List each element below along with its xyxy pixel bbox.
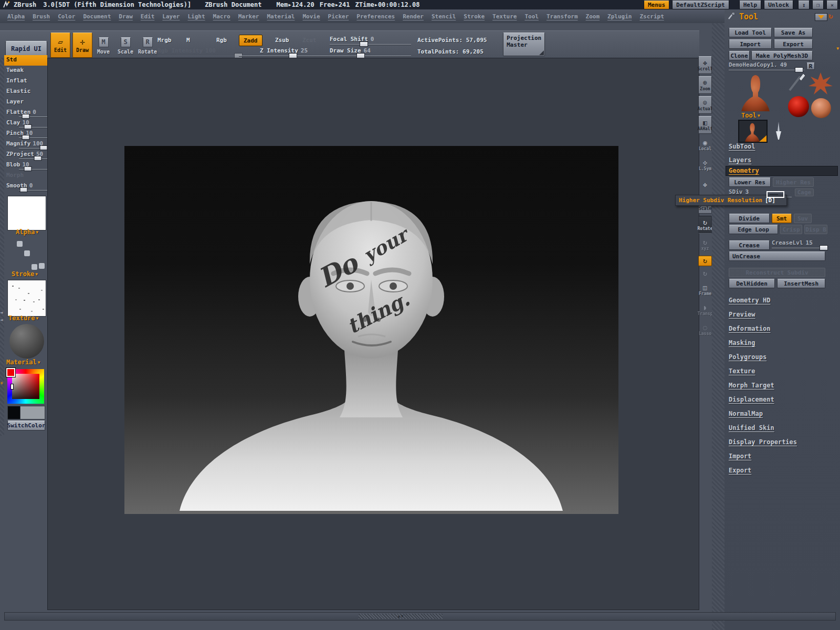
help-button[interactable]: Help <box>739 1 762 9</box>
tool-item-slider[interactable]: DemoHeadCopy1.49 <box>729 61 804 70</box>
tray-collapse-icon[interactable]: ◄ <box>0 317 3 322</box>
edge-loop-button[interactable]: Edge Loop <box>729 225 778 234</box>
texture-palette-label[interactable]: Texture▼ <box>8 314 38 322</box>
menu-item[interactable]: Marker <box>238 13 259 20</box>
menu-item[interactable]: Stroke <box>464 13 485 20</box>
menu-item[interactable]: Color <box>58 13 75 20</box>
brush-tool-thumb[interactable] <box>771 121 786 140</box>
shelf-button[interactable]: ◗ Transp <box>698 301 712 319</box>
stroke-thumbnail[interactable] <box>7 239 45 269</box>
panel-section-link[interactable]: Deformation <box>729 325 797 332</box>
document-viewport[interactable]: Do your thing. <box>124 146 618 514</box>
switch-color-button[interactable]: SwitchColor <box>7 421 45 430</box>
shelf-button[interactable]: ✣ L.Sym <box>698 156 712 174</box>
red-sphere-tool-thumb[interactable] <box>788 96 810 118</box>
panel-section-link[interactable]: NormalMap <box>729 410 797 417</box>
divide-button[interactable]: Divide <box>729 214 770 223</box>
unlock-button[interactable]: Unlock <box>764 1 793 9</box>
shelf-button[interactable]: ↻ <box>698 268 712 279</box>
move-button[interactable]: M Move <box>94 35 112 56</box>
import-button[interactable]: Import <box>729 39 772 49</box>
menu-item[interactable]: Brush <box>33 13 50 20</box>
close-icon[interactable]: ✕ <box>826 1 838 9</box>
brush-tool-item[interactable]: ZProject50 <box>4 150 47 160</box>
menu-item[interactable]: Transform <box>547 13 578 20</box>
menu-item[interactable]: Picker <box>328 13 349 20</box>
secondary-color-swatch[interactable] <box>7 406 21 419</box>
saturation-value-square[interactable] <box>12 374 39 399</box>
edge-loop-extra-toggle[interactable]: Disp B <box>804 225 827 234</box>
panel-section-link[interactable]: Preview <box>729 311 797 318</box>
shelf-button[interactable]: ↻ <box>698 256 712 266</box>
brush-tool-item[interactable]: Magnify100 <box>4 139 47 150</box>
cage-button[interactable]: Cage <box>795 188 814 196</box>
z-intensity-slider[interactable]: Z Intensity25 <box>239 47 338 56</box>
rgb-intensity-slider[interactable]: Rgb Intensity100 <box>158 47 242 56</box>
scale-button[interactable]: S Scale <box>117 35 134 56</box>
shelf-button[interactable]: ↻ xyz <box>698 236 712 254</box>
menu-item[interactable]: Document <box>83 13 111 20</box>
material-sphere-thumbnail[interactable] <box>9 324 44 359</box>
menu-item[interactable]: Macro <box>213 13 230 20</box>
sculpt-head-model[interactable] <box>177 175 565 511</box>
crease-lvl-slider[interactable]: CreaseLvl15 <box>772 239 825 248</box>
alpha-palette-label[interactable]: Alpha▼ <box>16 228 38 236</box>
shelf-button[interactable]: ⊕ Zoom <box>698 76 712 94</box>
brush-tool-item[interactable]: Inflat <box>4 76 47 87</box>
tray-expand-icon[interactable]: » <box>0 381 5 384</box>
menu-item[interactable]: Preferences <box>356 13 395 20</box>
menu-item[interactable]: Material <box>267 13 295 20</box>
panel-section-link[interactable]: Masking <box>729 339 797 346</box>
brush-tool-item[interactable]: Blob10 <box>4 160 47 171</box>
brush-tool-item[interactable]: Std <box>4 55 47 66</box>
draw-size-slider[interactable]: Draw Size64 <box>330 47 411 56</box>
brush-tool-item[interactable]: Elastic <box>4 87 47 97</box>
menu-item[interactable]: Texture <box>492 13 517 20</box>
panel-section-link[interactable]: Texture <box>729 368 797 375</box>
clone-button[interactable]: Clone <box>729 51 750 60</box>
del-hidden-button[interactable]: DelHidden <box>729 279 775 288</box>
texture-thumbnail[interactable] <box>7 280 46 317</box>
orange-sphere-tool-thumb[interactable] <box>811 98 832 119</box>
default-zscript-button[interactable]: DefaultZScript <box>672 1 729 9</box>
menu-item[interactable]: Layer <box>162 13 180 20</box>
menu-item[interactable]: Stencil <box>432 13 456 20</box>
menu-item[interactable]: Light <box>187 13 205 20</box>
star3d-tool-thumb[interactable] <box>808 72 833 96</box>
rapid-ui-button[interactable]: Rapid UI <box>5 41 47 57</box>
menu-item[interactable]: Draw <box>119 13 133 20</box>
panel-section-link[interactable]: Morph Target <box>729 382 797 389</box>
make-polymesh3d-button[interactable]: Make PolyMesh3D <box>751 51 813 60</box>
zcut-button[interactable]: Zcut <box>302 37 317 44</box>
lower-res-button[interactable]: Lower Res <box>729 177 771 187</box>
projection-master-button[interactable]: Projection Master <box>503 33 545 56</box>
shelf-button[interactable]: ✥ Scroll <box>698 56 712 74</box>
zsub-button[interactable]: Zsub <box>275 37 289 44</box>
menu-item[interactable]: Alpha <box>7 13 25 20</box>
shelf-button[interactable]: ↻ Rotate <box>698 216 712 234</box>
menu-item[interactable]: Zscript <box>639 13 664 20</box>
shelf-button[interactable]: ◉ Local <box>698 136 712 154</box>
right-tray-divider[interactable] <box>712 23 724 630</box>
rgb-toggle[interactable]: Rgb <box>216 37 227 44</box>
menu-item[interactable]: Tool <box>524 13 539 20</box>
brush-tool-item[interactable]: Morph <box>4 171 47 181</box>
tool-thumbnail-label[interactable]: Tool▼ <box>741 112 760 119</box>
export-button[interactable]: Export <box>774 39 813 49</box>
panel-section-link[interactable]: Unified Skin <box>729 424 797 432</box>
suv-toggle[interactable]: Suv <box>794 214 812 223</box>
brush-tool-item[interactable]: Clay10 <box>4 118 47 129</box>
selected-tool-thumb[interactable] <box>738 120 768 143</box>
panel-menu-button[interactable] <box>815 13 827 21</box>
crease-button[interactable]: Crease <box>729 240 770 250</box>
menu-item[interactable]: Zoom <box>586 13 600 20</box>
paintbrush-tool-thumb[interactable] <box>788 72 806 93</box>
gradient-color-swatch[interactable] <box>20 406 45 419</box>
rotate-button[interactable]: R Rotate <box>139 35 156 56</box>
geometry-section-header[interactable]: Geometry <box>726 166 838 176</box>
shelf-button[interactable]: ◫ Frame <box>698 281 712 299</box>
brush-tool-item[interactable]: Pinch10 <box>4 129 47 139</box>
panel-section-link[interactable]: Display Properties <box>729 438 797 446</box>
menu-item[interactable]: Zplugin <box>607 13 632 20</box>
current-tool-head-preview[interactable] <box>740 72 771 111</box>
